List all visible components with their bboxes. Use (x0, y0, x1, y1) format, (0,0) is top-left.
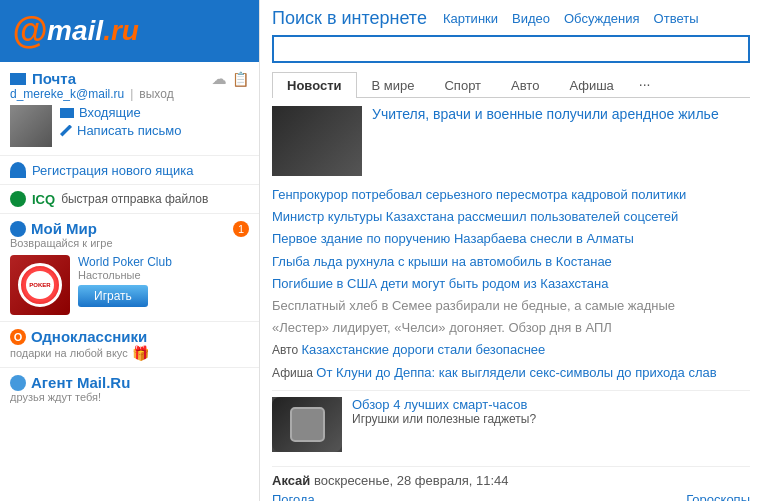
auto-tag: Авто (272, 343, 301, 357)
news-item-9[interactable]: Афиша От Клуни до Деппа: как выглядели с… (272, 362, 750, 384)
game-title[interactable]: World Poker Club (78, 255, 249, 269)
agent-subtitle: друзья ждут тебя! (10, 391, 249, 403)
watch-icon (290, 407, 325, 442)
logo-ru: .ru (103, 15, 139, 47)
news-item-7[interactable]: «Лестер» лидирует, «Челси» догоняет. Обз… (272, 317, 750, 339)
main-news-title-wrap: Учителя, врачи и военные получили арендн… (372, 106, 719, 176)
news-tabs: Новости В мире Спорт Авто Афиша ··· (272, 71, 750, 98)
location-info: Аксай воскресенье, 28 февраля, 11:44 (272, 473, 509, 488)
search-header: Поиск в интернете Картинки Видео Обсужде… (272, 8, 750, 29)
register-label: Регистрация нового ящика (32, 163, 194, 178)
mail-content: Входящие Написать письмо (10, 105, 249, 147)
search-area: Поиск в интернете Картинки Видео Обсужде… (272, 8, 750, 63)
icq-title: ICQ (32, 192, 55, 207)
agent-section: Агент Mail.Ru друзья ждут тебя! (0, 368, 259, 409)
tab-sport[interactable]: Спорт (429, 72, 496, 98)
mail-section-title: Почта ☁ 📋 (10, 70, 249, 87)
play-button[interactable]: Играть (78, 285, 148, 307)
news-item-4[interactable]: Глыба льда рухнула с крыши на автомобиль… (272, 251, 750, 273)
news-item-2[interactable]: Министр культуры Казахстана рассмешил по… (272, 206, 750, 228)
envelope-icon (10, 73, 26, 85)
icq-row: ICQ быстрая отправка файлов (0, 185, 259, 214)
main-news-image (272, 106, 362, 176)
news-item-8[interactable]: Авто Казахстанские дороги стали безопасн… (272, 339, 750, 361)
cloud-icon[interactable]: ☁ (212, 71, 226, 87)
tab-afisha[interactable]: Афиша (554, 72, 628, 98)
icq-icon (10, 191, 26, 207)
search-title: Поиск в интернете (272, 8, 427, 29)
widget-block: Обзор 4 лучших смарт-часов Игрушки или п… (272, 390, 750, 458)
gift-icon: 🎁 (132, 345, 149, 361)
widget-text: Обзор 4 лучших смарт-часов Игрушки или п… (352, 397, 536, 452)
sidebar: @ mail .ru Почта ☁ 📋 d_mereke_k@mail.ru … (0, 0, 260, 501)
city-name: Аксай (272, 473, 310, 488)
news-item-1[interactable]: Генпрокурор потребовал серьезного пересм… (272, 184, 750, 206)
poker-chip-inner: POKER (26, 271, 54, 299)
widget-title[interactable]: Обзор 4 лучших смарт-часов (352, 397, 536, 412)
weather-link[interactable]: Погода (272, 492, 315, 501)
news-list: Генпрокурор потребовал серьезного пересм… (272, 184, 750, 384)
agent-icon (10, 375, 26, 391)
main-news-title[interactable]: Учителя, врачи и военные получили арендн… (372, 106, 719, 122)
calendar-icon[interactable]: 📋 (232, 71, 249, 87)
date-label: 28 февраля, 11:44 (397, 473, 509, 488)
myworld-subtitle: Возвращайся к игре (10, 237, 249, 249)
ok-icon: О (10, 329, 26, 345)
ok-subtitle: подарки на любой вкус 🎁 (10, 345, 249, 361)
widget-subtitle: Игрушки или полезные гаджеты? (352, 412, 536, 426)
agent-title: Агент Mail.Ru (10, 374, 249, 391)
weather-row: Погода Гороскопы (272, 492, 750, 501)
tab-auto[interactable]: Авто (496, 72, 554, 98)
search-input[interactable] (272, 35, 750, 63)
game-info: World Poker Club Настольные Играть (78, 255, 249, 307)
widget-image (272, 397, 342, 452)
bottom-bar: Аксай воскресенье, 28 февраля, 11:44 (272, 466, 750, 488)
search-tab-images[interactable]: Картинки (443, 11, 498, 26)
pen-icon (60, 125, 72, 137)
game-card: POKER World Poker Club Настольные Играть (10, 255, 249, 315)
ok-title: О Одноклассники (10, 328, 249, 345)
news-item-6[interactable]: Бесплатный хлеб в Семее разбирали не бед… (272, 295, 750, 317)
search-tab-video[interactable]: Видео (512, 11, 550, 26)
game-category: Настольные (78, 269, 249, 281)
poker-chip: POKER (18, 263, 62, 307)
tab-world[interactable]: В мире (357, 72, 430, 98)
logo-header: @ mail .ru (0, 0, 259, 62)
horoscope-link[interactable]: Гороскопы (686, 492, 750, 501)
news-item-3[interactable]: Первое здание по поручению Назарбаева сн… (272, 228, 750, 250)
news-img-placeholder (272, 106, 362, 176)
search-tabs: Картинки Видео Обсуждения Ответы (443, 11, 699, 26)
game-image: POKER (10, 255, 70, 315)
logo-at: @ (12, 10, 47, 52)
mail-title-label: Почта (32, 70, 76, 87)
main-news-block: Учителя, врачи и военные получили арендн… (272, 106, 750, 176)
day-label: воскресенье (314, 473, 390, 488)
inbox-link[interactable]: Входящие (60, 105, 181, 120)
search-tab-discussions[interactable]: Обсуждения (564, 11, 640, 26)
main-content: Поиск в интернете Картинки Видео Обсужде… (260, 0, 762, 501)
news-item-5[interactable]: Погибшие в США дети могут быть родом из … (272, 273, 750, 295)
register-row[interactable]: Регистрация нового ящика (0, 156, 259, 185)
compose-link[interactable]: Написать письмо (60, 123, 181, 138)
afisha-tag: Афиша (272, 366, 316, 380)
mail-quick-links: Входящие Написать письмо (60, 105, 181, 147)
icq-subtitle: быстрая отправка файлов (61, 192, 208, 206)
myworld-title: Мой Мир (10, 220, 97, 237)
widget-img-inner (272, 397, 342, 452)
exit-link[interactable]: выход (139, 87, 173, 101)
mail-user-row: d_mereke_k@mail.ru | выход (10, 87, 249, 101)
logo-mail: mail (47, 15, 103, 47)
mail-section: Почта ☁ 📋 d_mereke_k@mail.ru | выход Вхо… (0, 62, 259, 156)
separator: | (130, 87, 133, 101)
search-input-row (272, 35, 750, 63)
user-avatar (10, 105, 52, 147)
person-icon (10, 162, 26, 178)
user-email-link[interactable]: d_mereke_k@mail.ru (10, 87, 124, 101)
notification-badge: 1 (233, 221, 249, 237)
tab-news[interactable]: Новости (272, 72, 357, 98)
myworld-section: Мой Мир 1 Возвращайся к игре POKER World… (0, 214, 259, 322)
more-tabs-button[interactable]: ··· (631, 71, 659, 97)
search-tab-answers[interactable]: Ответы (654, 11, 699, 26)
myworld-icon (10, 221, 26, 237)
myworld-header: Мой Мир 1 (10, 220, 249, 237)
